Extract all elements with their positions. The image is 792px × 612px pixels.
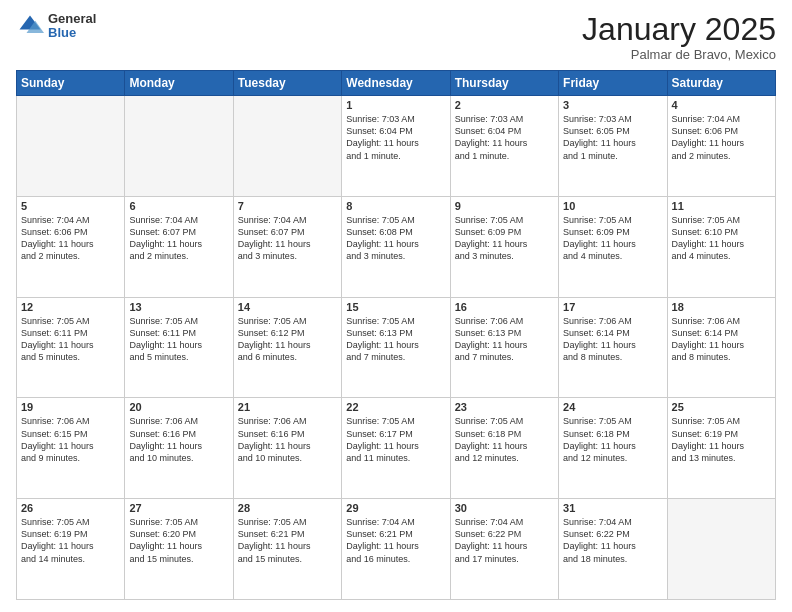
day-number: 14 — [238, 301, 337, 313]
day-number: 29 — [346, 502, 445, 514]
calendar-cell: 24Sunrise: 7:05 AM Sunset: 6:18 PM Dayli… — [559, 398, 667, 499]
logo-blue-text: Blue — [48, 26, 96, 40]
day-number: 18 — [672, 301, 771, 313]
calendar-week-1: 1Sunrise: 7:03 AM Sunset: 6:04 PM Daylig… — [17, 96, 776, 197]
calendar-cell: 13Sunrise: 7:05 AM Sunset: 6:11 PM Dayli… — [125, 297, 233, 398]
day-number: 22 — [346, 401, 445, 413]
weekday-header-tuesday: Tuesday — [233, 71, 341, 96]
calendar-cell: 18Sunrise: 7:06 AM Sunset: 6:14 PM Dayli… — [667, 297, 775, 398]
header: General Blue January 2025 Palmar de Brav… — [16, 12, 776, 62]
cell-content: Sunrise: 7:04 AM Sunset: 6:06 PM Dayligh… — [21, 214, 120, 263]
calendar-cell: 16Sunrise: 7:06 AM Sunset: 6:13 PM Dayli… — [450, 297, 558, 398]
calendar-cell: 4Sunrise: 7:04 AM Sunset: 6:06 PM Daylig… — [667, 96, 775, 197]
logo-text: General Blue — [48, 12, 96, 41]
day-number: 16 — [455, 301, 554, 313]
calendar-cell: 1Sunrise: 7:03 AM Sunset: 6:04 PM Daylig… — [342, 96, 450, 197]
day-number: 23 — [455, 401, 554, 413]
calendar-cell: 6Sunrise: 7:04 AM Sunset: 6:07 PM Daylig… — [125, 196, 233, 297]
calendar-cell: 14Sunrise: 7:05 AM Sunset: 6:12 PM Dayli… — [233, 297, 341, 398]
calendar-cell: 26Sunrise: 7:05 AM Sunset: 6:19 PM Dayli… — [17, 499, 125, 600]
cell-content: Sunrise: 7:04 AM Sunset: 6:22 PM Dayligh… — [455, 516, 554, 565]
logo-general-text: General — [48, 12, 96, 26]
day-number: 17 — [563, 301, 662, 313]
day-number: 5 — [21, 200, 120, 212]
day-number: 31 — [563, 502, 662, 514]
weekday-header-thursday: Thursday — [450, 71, 558, 96]
day-number: 8 — [346, 200, 445, 212]
calendar-title: January 2025 — [582, 12, 776, 47]
calendar-week-3: 12Sunrise: 7:05 AM Sunset: 6:11 PM Dayli… — [17, 297, 776, 398]
cell-content: Sunrise: 7:05 AM Sunset: 6:09 PM Dayligh… — [455, 214, 554, 263]
weekday-header-wednesday: Wednesday — [342, 71, 450, 96]
day-number: 13 — [129, 301, 228, 313]
calendar-cell: 3Sunrise: 7:03 AM Sunset: 6:05 PM Daylig… — [559, 96, 667, 197]
cell-content: Sunrise: 7:06 AM Sunset: 6:16 PM Dayligh… — [238, 415, 337, 464]
day-number: 15 — [346, 301, 445, 313]
cell-content: Sunrise: 7:05 AM Sunset: 6:12 PM Dayligh… — [238, 315, 337, 364]
calendar-location: Palmar de Bravo, Mexico — [582, 47, 776, 62]
calendar-cell: 12Sunrise: 7:05 AM Sunset: 6:11 PM Dayli… — [17, 297, 125, 398]
cell-content: Sunrise: 7:03 AM Sunset: 6:05 PM Dayligh… — [563, 113, 662, 162]
calendar-cell: 9Sunrise: 7:05 AM Sunset: 6:09 PM Daylig… — [450, 196, 558, 297]
logo-icon — [16, 12, 44, 40]
calendar-cell: 30Sunrise: 7:04 AM Sunset: 6:22 PM Dayli… — [450, 499, 558, 600]
logo: General Blue — [16, 12, 96, 41]
day-number: 26 — [21, 502, 120, 514]
calendar-cell: 7Sunrise: 7:04 AM Sunset: 6:07 PM Daylig… — [233, 196, 341, 297]
calendar-cell: 2Sunrise: 7:03 AM Sunset: 6:04 PM Daylig… — [450, 96, 558, 197]
calendar-week-4: 19Sunrise: 7:06 AM Sunset: 6:15 PM Dayli… — [17, 398, 776, 499]
cell-content: Sunrise: 7:06 AM Sunset: 6:14 PM Dayligh… — [563, 315, 662, 364]
day-number: 1 — [346, 99, 445, 111]
day-number: 20 — [129, 401, 228, 413]
calendar-week-2: 5Sunrise: 7:04 AM Sunset: 6:06 PM Daylig… — [17, 196, 776, 297]
cell-content: Sunrise: 7:03 AM Sunset: 6:04 PM Dayligh… — [346, 113, 445, 162]
cell-content: Sunrise: 7:05 AM Sunset: 6:09 PM Dayligh… — [563, 214, 662, 263]
cell-content: Sunrise: 7:05 AM Sunset: 6:13 PM Dayligh… — [346, 315, 445, 364]
calendar-cell: 20Sunrise: 7:06 AM Sunset: 6:16 PM Dayli… — [125, 398, 233, 499]
day-number: 9 — [455, 200, 554, 212]
cell-content: Sunrise: 7:06 AM Sunset: 6:13 PM Dayligh… — [455, 315, 554, 364]
day-number: 19 — [21, 401, 120, 413]
page: General Blue January 2025 Palmar de Brav… — [0, 0, 792, 612]
cell-content: Sunrise: 7:05 AM Sunset: 6:11 PM Dayligh… — [129, 315, 228, 364]
cell-content: Sunrise: 7:05 AM Sunset: 6:18 PM Dayligh… — [455, 415, 554, 464]
day-number: 28 — [238, 502, 337, 514]
calendar-cell: 31Sunrise: 7:04 AM Sunset: 6:22 PM Dayli… — [559, 499, 667, 600]
day-number: 21 — [238, 401, 337, 413]
cell-content: Sunrise: 7:06 AM Sunset: 6:16 PM Dayligh… — [129, 415, 228, 464]
weekday-header-row: SundayMondayTuesdayWednesdayThursdayFrid… — [17, 71, 776, 96]
cell-content: Sunrise: 7:06 AM Sunset: 6:14 PM Dayligh… — [672, 315, 771, 364]
cell-content: Sunrise: 7:05 AM Sunset: 6:17 PM Dayligh… — [346, 415, 445, 464]
day-number: 25 — [672, 401, 771, 413]
calendar-cell: 17Sunrise: 7:06 AM Sunset: 6:14 PM Dayli… — [559, 297, 667, 398]
cell-content: Sunrise: 7:05 AM Sunset: 6:11 PM Dayligh… — [21, 315, 120, 364]
calendar-table: SundayMondayTuesdayWednesdayThursdayFrid… — [16, 70, 776, 600]
day-number: 27 — [129, 502, 228, 514]
calendar-cell: 28Sunrise: 7:05 AM Sunset: 6:21 PM Dayli… — [233, 499, 341, 600]
calendar-cell: 10Sunrise: 7:05 AM Sunset: 6:09 PM Dayli… — [559, 196, 667, 297]
cell-content: Sunrise: 7:05 AM Sunset: 6:10 PM Dayligh… — [672, 214, 771, 263]
weekday-header-friday: Friday — [559, 71, 667, 96]
day-number: 3 — [563, 99, 662, 111]
cell-content: Sunrise: 7:05 AM Sunset: 6:20 PM Dayligh… — [129, 516, 228, 565]
cell-content: Sunrise: 7:04 AM Sunset: 6:07 PM Dayligh… — [238, 214, 337, 263]
day-number: 12 — [21, 301, 120, 313]
day-number: 30 — [455, 502, 554, 514]
cell-content: Sunrise: 7:05 AM Sunset: 6:08 PM Dayligh… — [346, 214, 445, 263]
cell-content: Sunrise: 7:05 AM Sunset: 6:19 PM Dayligh… — [672, 415, 771, 464]
title-block: January 2025 Palmar de Bravo, Mexico — [582, 12, 776, 62]
calendar-cell: 21Sunrise: 7:06 AM Sunset: 6:16 PM Dayli… — [233, 398, 341, 499]
cell-content: Sunrise: 7:06 AM Sunset: 6:15 PM Dayligh… — [21, 415, 120, 464]
cell-content: Sunrise: 7:04 AM Sunset: 6:22 PM Dayligh… — [563, 516, 662, 565]
calendar-cell — [233, 96, 341, 197]
calendar-cell: 11Sunrise: 7:05 AM Sunset: 6:10 PM Dayli… — [667, 196, 775, 297]
weekday-header-saturday: Saturday — [667, 71, 775, 96]
day-number: 2 — [455, 99, 554, 111]
calendar-cell — [667, 499, 775, 600]
cell-content: Sunrise: 7:05 AM Sunset: 6:21 PM Dayligh… — [238, 516, 337, 565]
day-number: 24 — [563, 401, 662, 413]
day-number: 11 — [672, 200, 771, 212]
calendar-cell: 22Sunrise: 7:05 AM Sunset: 6:17 PM Dayli… — [342, 398, 450, 499]
calendar-cell: 8Sunrise: 7:05 AM Sunset: 6:08 PM Daylig… — [342, 196, 450, 297]
cell-content: Sunrise: 7:04 AM Sunset: 6:21 PM Dayligh… — [346, 516, 445, 565]
